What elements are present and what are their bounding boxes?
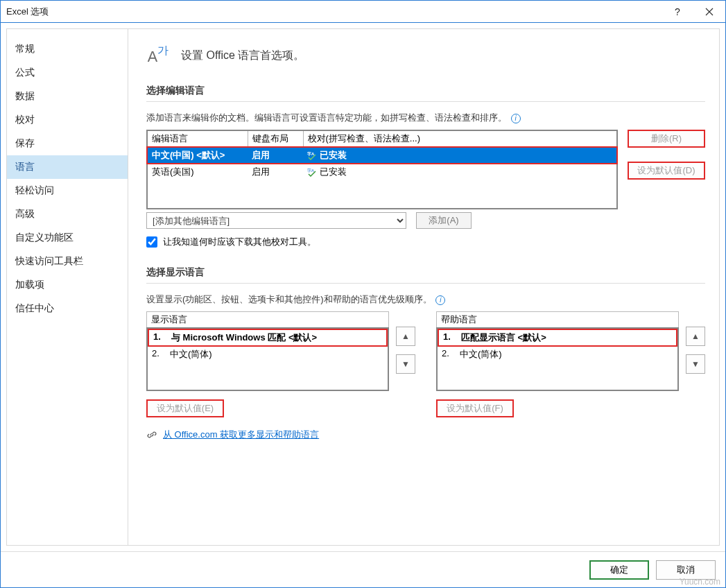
display-list-box[interactable]: 1.与 Microsoft Windows 匹配 <默认> 2.中文(简体) xyxy=(146,327,389,391)
remove-button[interactable]: 删除(R) xyxy=(628,130,705,148)
proof-label: 已安装 xyxy=(320,166,347,178)
col-keyboard: 键盘布局 xyxy=(248,130,303,147)
sidebar-item-customize-ribbon[interactable]: 自定义功能区 xyxy=(7,226,128,250)
language-icon: A 가 xyxy=(146,43,171,68)
svg-text:字A: 字A xyxy=(307,168,314,173)
proof-label: 已安装 xyxy=(320,149,347,162)
list-item[interactable]: 2.中文(简体) xyxy=(438,347,677,362)
help-list-header: 帮助语言 xyxy=(436,311,679,327)
cell-keyboard: 启用 xyxy=(248,147,303,164)
section-edit-desc: 添加语言来编辑你的文档。编辑语言可设置语言特定功能，如拼写检查、语法检查和排序。… xyxy=(146,112,705,124)
content: A 가 设置 Office 语言首选项。 选择编辑语言 添加语言来编辑你的文档。… xyxy=(128,28,720,546)
col-proofing: 校对(拼写检查、语法检查...) xyxy=(303,130,617,147)
display-set-default-button[interactable]: 设为默认值(E) xyxy=(146,399,224,417)
help-list-col: 帮助语言 1.匹配显示语言 <默认> 2.中文(简体) 设为默认值(F) xyxy=(436,311,679,417)
svg-text:字A: 字A xyxy=(307,151,315,156)
display-columns: 显示语言 1.与 Microsoft Windows 匹配 <默认> 2.中文(… xyxy=(146,311,705,417)
cell-proof: 字A已安装 xyxy=(303,147,617,164)
edit-language-container: 编辑语言 键盘布局 校对(拼写检查、语法检查...) 中文(中国) <默认> 启… xyxy=(146,130,705,229)
help-language-col: 帮助语言 1.匹配显示语言 <默认> 2.中文(简体) 设为默认值(F) ▲ ▼ xyxy=(436,311,705,417)
add-language-select[interactable]: [添加其他编辑语言] xyxy=(146,212,406,229)
sidebar-item-data[interactable]: 数据 xyxy=(7,85,128,108)
cell-lang: 英语(美国) xyxy=(147,164,248,180)
edit-side-buttons: 删除(R) 设为默认值(D) xyxy=(628,130,705,229)
sidebar-item-formulas[interactable]: 公式 xyxy=(7,61,128,85)
proofing-icon: 字A xyxy=(307,167,317,177)
sidebar: 常规 公式 数据 校对 保存 语言 轻松访问 高级 自定义功能区 快速访问工具栏… xyxy=(6,28,128,546)
ok-button[interactable]: 确定 xyxy=(589,560,649,580)
set-default-button[interactable]: 设为默认值(D) xyxy=(628,162,705,180)
office-link-row: 从 Office.com 获取更多显示和帮助语言 xyxy=(146,429,705,441)
help-button[interactable]: ? xyxy=(662,1,693,22)
download-checkbox-label: 让我知道何时应该下载其他校对工具。 xyxy=(163,236,316,248)
help-set-default-button[interactable]: 设为默认值(F) xyxy=(436,399,514,417)
move-down-button[interactable]: ▼ xyxy=(396,354,415,374)
item-text: 中文(简体) xyxy=(460,348,502,361)
section-edit-title: 选择编辑语言 xyxy=(146,85,705,102)
cell-lang: 中文(中国) <默认> xyxy=(147,147,248,164)
list-item[interactable]: 1.匹配显示语言 <默认> xyxy=(438,329,677,347)
display-language-col: 显示语言 1.与 Microsoft Windows 匹配 <默认> 2.中文(… xyxy=(146,311,415,417)
col-edit-lang: 编辑语言 xyxy=(147,130,248,147)
sidebar-item-ease[interactable]: 轻松访问 xyxy=(7,179,128,202)
svg-text:가: 가 xyxy=(157,44,168,56)
num: 1. xyxy=(153,331,171,344)
table-row-empty xyxy=(147,180,617,209)
sidebar-item-trust[interactable]: 信任中心 xyxy=(7,297,128,320)
close-icon xyxy=(705,8,714,16)
info-icon[interactable]: i xyxy=(435,295,445,305)
move-up-button[interactable]: ▲ xyxy=(686,327,705,346)
proofing-icon: 字A xyxy=(307,150,317,160)
cell-proof: 字A已安装 xyxy=(303,164,617,180)
num: 1. xyxy=(443,331,461,344)
options-window: Excel 选项 ? 常规 公式 数据 校对 保存 语言 轻松访问 高级 自定义… xyxy=(0,0,726,588)
close-button[interactable] xyxy=(693,1,725,22)
display-list-col: 显示语言 1.与 Microsoft Windows 匹配 <默认> 2.中文(… xyxy=(146,311,389,417)
sidebar-item-general[interactable]: 常规 xyxy=(7,37,128,61)
move-down-button[interactable]: ▼ xyxy=(686,354,705,374)
office-link[interactable]: 从 Office.com 获取更多显示和帮助语言 xyxy=(163,429,319,441)
table-row[interactable]: 中文(中国) <默认> 启用 字A已安装 xyxy=(147,147,617,164)
titlebar: Excel 选项 ? xyxy=(1,1,725,23)
list-item[interactable]: 1.与 Microsoft Windows 匹配 <默认> xyxy=(148,329,388,347)
table-row[interactable]: 英语(美国) 启用 字A已安装 xyxy=(147,164,617,180)
sidebar-item-save[interactable]: 保存 xyxy=(7,132,128,155)
footer: 确定 取消 Yuucn.com xyxy=(1,551,725,587)
info-icon[interactable]: i xyxy=(511,114,521,123)
add-button[interactable]: 添加(A) xyxy=(416,212,472,229)
page-header: A 가 设置 Office 语言首选项。 xyxy=(146,43,705,68)
display-list-header: 显示语言 xyxy=(146,311,389,327)
help-list-box[interactable]: 1.匹配显示语言 <默认> 2.中文(简体) xyxy=(436,327,679,391)
sidebar-item-addins[interactable]: 加载项 xyxy=(7,273,128,297)
add-language-row: [添加其他编辑语言] 添加(A) xyxy=(146,212,618,229)
table-header-row: 编辑语言 键盘布局 校对(拼写检查、语法检查...) xyxy=(147,130,617,147)
num: 2. xyxy=(152,348,170,361)
section-display-desc-text: 设置显示(功能区、按钮、选项卡和其他控件)和帮助的语言优先级顺序。 xyxy=(146,294,432,304)
download-checkbox-row: 让我知道何时应该下载其他校对工具。 xyxy=(146,236,705,248)
sidebar-item-language[interactable]: 语言 xyxy=(7,155,128,179)
display-arrows: ▲ ▼ xyxy=(396,327,415,417)
num: 2. xyxy=(442,348,460,361)
edit-language-table[interactable]: 编辑语言 键盘布局 校对(拼写检查、语法检查...) 中文(中国) <默认> 启… xyxy=(146,130,618,209)
cancel-button[interactable]: 取消 xyxy=(656,560,716,580)
sidebar-item-proofing[interactable]: 校对 xyxy=(7,108,128,132)
item-text: 匹配显示语言 <默认> xyxy=(461,331,546,344)
edit-language-table-wrap: 编辑语言 键盘布局 校对(拼写检查、语法检查...) 中文(中国) <默认> 启… xyxy=(146,130,618,229)
section-display-desc: 设置显示(功能区、按钮、选项卡和其他控件)和帮助的语言优先级顺序。 i xyxy=(146,293,705,306)
sidebar-item-quick-access[interactable]: 快速访问工具栏 xyxy=(7,250,128,273)
download-checkbox[interactable] xyxy=(146,236,157,248)
title-buttons: ? xyxy=(662,1,725,22)
move-up-button[interactable]: ▲ xyxy=(396,327,415,346)
body: 常规 公式 数据 校对 保存 语言 轻松访问 高级 自定义功能区 快速访问工具栏… xyxy=(1,23,725,551)
section-edit-desc-text: 添加语言来编辑你的文档。编辑语言可设置语言特定功能，如拼写检查、语法检查和排序。 xyxy=(146,112,507,123)
svg-text:A: A xyxy=(148,48,158,65)
section-display-title: 选择显示语言 xyxy=(146,266,705,284)
list-item[interactable]: 2.中文(简体) xyxy=(148,347,388,362)
cell-keyboard: 启用 xyxy=(248,164,303,180)
item-text: 与 Microsoft Windows 匹配 <默认> xyxy=(171,331,317,344)
page-title: 设置 Office 语言首选项。 xyxy=(181,49,304,63)
sidebar-item-advanced[interactable]: 高级 xyxy=(7,202,128,226)
item-text: 中文(简体) xyxy=(170,348,212,361)
help-arrows: ▲ ▼ xyxy=(686,327,705,417)
link-icon xyxy=(146,429,157,440)
